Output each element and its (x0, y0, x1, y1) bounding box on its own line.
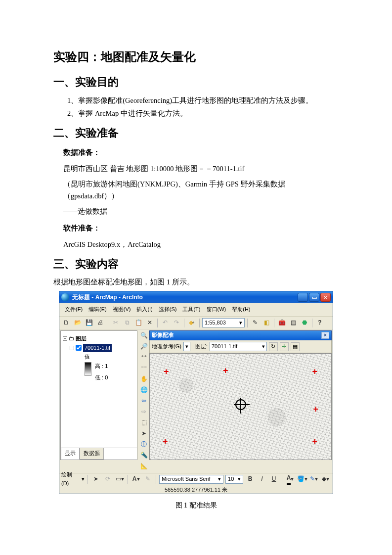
next-extent-icon[interactable]: ⇨ (139, 407, 149, 417)
line-color-icon[interactable]: ✎▾ (309, 474, 319, 484)
bold-icon[interactable]: B (245, 474, 255, 484)
collapse-icon[interactable]: − (63, 336, 67, 341)
font-color-icon[interactable]: A▾ (285, 474, 295, 484)
menu-insert[interactable]: 插入(I) (134, 304, 155, 315)
menu-select[interactable]: 选择(S) (156, 304, 179, 315)
maximize-button[interactable]: ▭ (309, 293, 319, 302)
rotate-icon[interactable]: ↻ (269, 342, 278, 351)
rotate-tool-icon[interactable]: ⟳ (103, 474, 113, 484)
layers-icon: 🗀 (69, 334, 74, 343)
collapse-layer-icon[interactable]: − (70, 346, 74, 350)
menu-file[interactable]: 文件(F) (62, 304, 85, 315)
fixed-zoom-in-icon[interactable]: ⁺⁺ (139, 353, 149, 363)
draw-toolbar: 绘制(D)▾ ➤ ⟳ ▭▾ A▾ ✎ Microsoft Sans Serif▾… (59, 473, 333, 485)
data-line-2: （昆明市旅游休闲地图(YNKM.JPG)、Garmin 手持 GPS 野外采集数… (63, 179, 339, 201)
scale-value: 1:55,803 (205, 319, 226, 327)
doc-title: 实验四：地图配准及矢量化 (53, 47, 339, 66)
italic-icon[interactable]: I (257, 474, 267, 484)
menu-view[interactable]: 视图(V) (110, 304, 133, 315)
menu-window[interactable]: 窗口(W) (204, 304, 229, 315)
zoom-out-icon[interactable]: 🔎 (139, 342, 149, 352)
menu-tools[interactable]: 工具(T) (180, 304, 203, 315)
whats-this-icon[interactable]: ? (315, 318, 325, 328)
layer-checkbox[interactable] (76, 345, 82, 351)
georef-layer-value: 70011-1.tif (212, 342, 237, 351)
georef-layer-select[interactable]: 70011-1.tif▾ (210, 342, 267, 351)
copy-icon[interactable]: ⧉ (122, 318, 132, 328)
link-table-icon[interactable]: ▦ (291, 342, 300, 351)
print-icon[interactable]: 🖨 (95, 318, 105, 328)
redo-icon[interactable]: ↷ (172, 318, 181, 328)
draw-label[interactable]: 绘制(D) (61, 470, 80, 488)
model-builder-icon[interactable]: ⬣ (300, 318, 309, 328)
tab-display[interactable]: 显示 (61, 448, 80, 460)
toc-root[interactable]: 图层 (76, 334, 87, 343)
pointer-icon[interactable]: ➤ (91, 474, 101, 484)
control-point-icon: + (223, 364, 228, 378)
georef-close-icon[interactable]: × (321, 332, 329, 339)
prev-extent-icon[interactable]: ⇦ (139, 396, 149, 406)
font-select[interactable]: Microsoft Sans Serif▾ (159, 475, 223, 484)
scale-input[interactable]: 1:55,803▾ (202, 318, 245, 327)
minimize-button[interactable]: _ (298, 293, 308, 302)
pan-icon[interactable]: ✋ (139, 374, 149, 384)
undo-icon[interactable]: ↶ (160, 318, 170, 328)
value-label: 值 (85, 353, 90, 362)
tab-source[interactable]: 数据源 (80, 448, 104, 460)
georef-menu-dropdown[interactable]: ▾ (183, 342, 190, 351)
arctoolbox-icon[interactable]: 🧰 (277, 318, 287, 328)
editor-toolbar-icon[interactable]: ✎ (250, 318, 260, 328)
add-control-point-icon[interactable]: ✛ (280, 342, 289, 351)
map-canvas[interactable]: + + + + + + (149, 353, 332, 460)
data-prep-label: 数据准备： (63, 146, 339, 158)
fill-color-icon[interactable]: 🪣▾ (297, 474, 307, 484)
menu-edit[interactable]: 编辑(E) (86, 304, 109, 315)
font-size-value: 10 (228, 475, 234, 484)
text-tool-icon[interactable]: A▾ (131, 474, 141, 484)
figure-caption: 图 1 配准结果 (53, 500, 339, 511)
fixed-zoom-out-icon[interactable]: ⁻⁻ (139, 364, 149, 373)
georeferencing-titlebar[interactable]: 影像配准 × (149, 330, 332, 340)
status-bar: 565590.38 2777961.11 米 (59, 485, 333, 494)
font-size-select[interactable]: 10▾ (225, 475, 243, 484)
layer-name[interactable]: 70011-1.tif (83, 344, 112, 353)
command-line-icon[interactable]: ▤ (288, 318, 298, 328)
save-icon[interactable]: 💾 (84, 318, 94, 328)
add-data-icon[interactable]: ◆+ (187, 318, 197, 328)
select-features-icon[interactable]: ⬚ (139, 418, 149, 428)
content-line: 根据地形图坐标配准地形图，如图 1 所示。 (53, 277, 339, 288)
control-point-icon: + (163, 434, 168, 449)
arccatalog-icon[interactable]: ◧ (261, 318, 271, 328)
measure-icon[interactable]: 📐 (139, 462, 149, 471)
data-line-1: 昆明市西山区 普吉 地形图 1:10000 地形图－－70011-1.tif (63, 163, 339, 175)
toc-panel: − 🗀 图层 − 70011-1.tif 值 高 : 1 (60, 330, 137, 460)
rectangle-icon[interactable]: ▭▾ (115, 474, 125, 484)
delete-icon[interactable]: ✕ (145, 318, 155, 328)
new-icon[interactable]: 🗋 (61, 318, 71, 328)
crosshair-icon (235, 399, 246, 410)
coordinates: 565590.38 2777961.11 米 (165, 487, 227, 493)
edit-vertices-icon[interactable]: ✎ (143, 474, 153, 484)
titlebar[interactable]: 无标题 - ArcMap - ArcInfo _ ▭ × (59, 291, 333, 303)
soft-prep-label: 软件准备： (63, 222, 339, 234)
georef-ref-label: 地理参考(G) (152, 342, 181, 351)
underline-icon[interactable]: U (269, 474, 279, 484)
marker-color-icon[interactable]: ◆▾ (321, 474, 331, 484)
full-extent-icon[interactable]: 🌐 (139, 385, 149, 395)
standard-toolbar: 🗋 📂 💾 🖨 ✂ ⧉ 📋 ✕ ↶ ↷ ◆+ 1:55,803▾ ✎ ◧ 🧰 ▤… (59, 317, 333, 329)
arcmap-window: 无标题 - ArcMap - ArcInfo _ ▭ × 文件(F) 编辑(E)… (59, 291, 333, 494)
identify-icon[interactable]: ⓘ (139, 440, 149, 450)
cut-icon[interactable]: ✂ (111, 318, 121, 328)
menu-help[interactable]: 帮助(H) (229, 304, 253, 315)
font-value: Microsoft Sans Serif (162, 475, 210, 484)
zoom-in-icon[interactable]: 🔍 (139, 331, 149, 341)
georeferencing-toolbar: 地理参考(G) ▾ 图层: 70011-1.tif▾ ↻ ✛ ▦ (149, 340, 332, 353)
control-point-icon: + (312, 365, 317, 379)
find-icon[interactable]: 🔦 (139, 451, 149, 461)
control-point-icon: + (164, 365, 169, 379)
close-button[interactable]: × (320, 293, 331, 302)
select-elements-icon[interactable]: ➤ (139, 429, 149, 439)
paste-icon[interactable]: 📋 (133, 318, 143, 328)
georef-title: 影像配准 (152, 331, 174, 340)
open-icon[interactable]: 📂 (73, 318, 83, 328)
